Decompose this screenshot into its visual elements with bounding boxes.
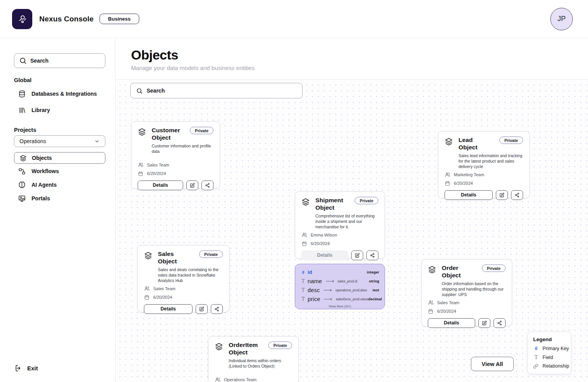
edit-icon <box>482 321 487 326</box>
layers-icon <box>138 128 146 136</box>
edit-button[interactable] <box>351 251 363 260</box>
sidebar-item-label: Portals <box>32 195 50 202</box>
logout-icon <box>15 364 22 372</box>
sidebar-search[interactable] <box>14 53 105 68</box>
sidebar-item-databases[interactable]: Databases & Integrations <box>18 90 97 98</box>
share-button[interactable] <box>366 251 378 260</box>
object-card-lead[interactable]: LeadObject Private Sales lead informatio… <box>438 131 530 198</box>
sidebar-item-library[interactable]: Library <box>18 106 50 114</box>
privacy-badge: Private <box>482 265 506 272</box>
card-description: Sales and deals correlating to the sales… <box>158 267 223 284</box>
view-all-button[interactable]: View All <box>471 357 514 371</box>
main-area: Objects Manage your data models and busi… <box>116 38 588 382</box>
field-name: desc <box>308 287 320 293</box>
mapping-arrow-icon <box>326 280 335 283</box>
share-icon <box>214 307 219 312</box>
edit-button[interactable] <box>186 180 198 190</box>
app-header: Nexus Console Business JP <box>0 0 588 38</box>
field-name: id <box>308 269 312 275</box>
sidebar-item-ai-agents[interactable]: AI Agents <box>18 181 57 189</box>
object-card-sales[interactable]: SalesObject Private Sales and deals corr… <box>137 245 229 312</box>
field-row-desc[interactable]: T desc operations_prod.desc text <box>301 286 379 294</box>
project-selected: Operations <box>19 138 94 144</box>
card-date: 6/20/2024 <box>138 171 214 177</box>
card-description: Order information based on the shipping … <box>442 281 506 298</box>
sidebar-item-portals[interactable]: Portals <box>18 195 50 202</box>
mapping-arrow-icon <box>324 289 333 292</box>
object-card-order[interactable]: OrderObject Private Order information ba… <box>421 259 512 326</box>
project-selector[interactable]: Operations <box>14 135 105 147</box>
link-icon <box>533 364 539 369</box>
details-button[interactable]: Details <box>138 180 183 190</box>
share-icon <box>205 183 210 188</box>
users-icon <box>444 172 450 178</box>
field-type: integer <box>367 270 379 274</box>
canvas-search[interactable] <box>130 83 303 98</box>
card-date: 6/20/2024 <box>144 294 223 300</box>
share-icon <box>370 253 375 258</box>
share-button[interactable] <box>201 180 214 190</box>
legend-item-primary-key: # Primary Key <box>533 345 565 351</box>
share-button[interactable] <box>211 304 223 314</box>
edit-button[interactable] <box>196 304 208 314</box>
primary-key-icon: # <box>533 345 539 351</box>
card-title: ShipmentObject <box>315 197 355 212</box>
card-title: CustomerObject <box>152 127 190 142</box>
layers-icon <box>215 342 223 351</box>
share-button[interactable] <box>511 190 523 200</box>
object-card-shipment[interactable]: ShipmentObject Private Comprehensive lis… <box>295 191 385 259</box>
exit-button[interactable]: Exit <box>15 364 38 372</box>
share-button[interactable] <box>494 318 506 328</box>
sidebar-item-objects[interactable]: Objects <box>14 152 105 164</box>
show-more-link[interactable]: Show More (20+) <box>301 305 379 308</box>
plan-badge[interactable]: Business <box>100 14 139 24</box>
card-title: OrderObject <box>442 265 482 279</box>
card-owner: Operations Team <box>215 377 292 382</box>
details-button[interactable]: Details <box>144 304 192 314</box>
portal-icon <box>18 195 26 202</box>
field-row-name[interactable]: T name sales_prod.id string <box>301 277 379 286</box>
sidebar-item-label: Library <box>32 107 50 113</box>
field-mapping: salesforce_prod.value <box>336 297 368 301</box>
card-title: LeadObject <box>458 137 499 151</box>
primary-key-icon: # <box>301 270 306 275</box>
page-subtitle: Manage your data models and business ent… <box>131 65 588 71</box>
sidebar-item-workflows[interactable]: Workflows <box>18 167 59 175</box>
card-date: 6/20/2024 <box>428 308 506 314</box>
sidebar-item-label: Workflows <box>32 168 59 174</box>
users-icon <box>144 286 150 292</box>
details-button[interactable]: Details <box>444 190 493 200</box>
edit-icon <box>499 193 504 198</box>
details-button[interactable]: Details <box>428 318 475 328</box>
calendar-icon <box>144 294 150 300</box>
objects-canvas[interactable]: CustomerObject Private Customer informat… <box>116 80 588 382</box>
field-row-id[interactable]: # id integer <box>301 268 379 277</box>
details-button[interactable]: Details <box>301 251 348 260</box>
card-date: 6/20/2024 <box>444 180 523 186</box>
privacy-badge: Private <box>190 127 214 134</box>
field-icon: T <box>533 354 539 360</box>
library-icon <box>18 106 26 114</box>
field-row-price[interactable]: T price salesforce_prod.value decimal <box>301 294 379 303</box>
edit-button[interactable] <box>496 190 508 200</box>
sidebar-item-label: AI Agents <box>32 182 57 188</box>
brain-icon <box>18 181 26 189</box>
shipment-fields-panel[interactable]: # id integer T name sales_prod.id string… <box>295 264 385 309</box>
layers-icon <box>428 265 436 274</box>
chevron-down-icon <box>94 138 100 144</box>
card-description: Customer information and profile data <box>152 144 214 160</box>
avatar[interactable]: JP <box>550 8 573 30</box>
edit-button[interactable] <box>478 318 490 328</box>
canvas-search-input[interactable] <box>147 88 297 94</box>
privacy-badge: Private <box>268 342 292 349</box>
users-icon <box>301 232 307 238</box>
sidebar-search-input[interactable] <box>30 58 100 64</box>
privacy-badge: Private <box>499 137 523 144</box>
field-icon: T <box>301 296 306 302</box>
object-card-customer[interactable]: CustomerObject Private Customer informat… <box>131 121 220 189</box>
privacy-badge: Private <box>355 197 378 204</box>
database-icon <box>18 90 26 98</box>
field-name: price <box>308 296 320 302</box>
page-header: Objects Manage your data models and busi… <box>116 38 588 80</box>
object-card-orderitem[interactable]: OrderItemObject Private Individual items… <box>208 336 299 382</box>
